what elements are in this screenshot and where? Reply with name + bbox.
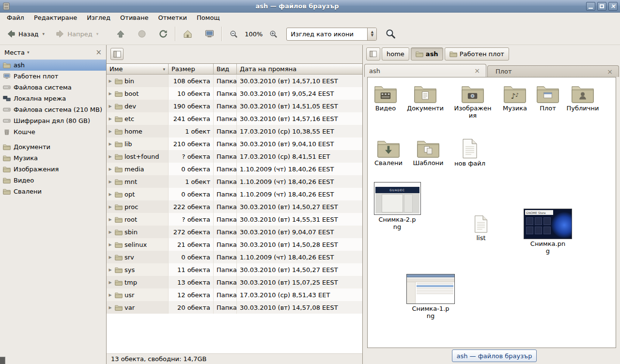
sidebar-item-downloads[interactable]: Свалени (0, 186, 106, 197)
back-history-dropdown[interactable]: ▾ (41, 30, 46, 38)
table-row-lost-found[interactable]: ▶lost+found? обектаПапка17.03.2010 (ср) … (107, 150, 362, 163)
expander-icon[interactable]: ▶ (108, 255, 113, 259)
maximize-button[interactable] (597, 2, 606, 11)
expander-icon[interactable]: ▶ (108, 192, 113, 197)
tab-close-icon[interactable]: × (605, 68, 614, 75)
table-row-opt[interactable]: ▶opt0 обектаПапка1.10.2009 (чт) 18,40,26… (107, 188, 362, 200)
sidebar-item-video[interactable]: Видео (0, 175, 106, 186)
expander-icon[interactable]: ▶ (108, 230, 113, 234)
expander-icon[interactable]: ▶ (108, 243, 113, 247)
sidebar-item-desktop[interactable]: Работен плот (0, 71, 106, 82)
icon-item-snimka-1[interactable]: Снимка-1.png (404, 274, 457, 319)
table-row-media[interactable]: ▶media0 обектаПапка1.10.2009 (чт) 18,40,… (107, 163, 362, 175)
icon-item-snimka[interactable]: GNOME StoreСнимка.png (522, 209, 574, 255)
close-button[interactable] (608, 2, 618, 11)
minimize-button[interactable] (586, 2, 595, 11)
expander-icon[interactable]: ▶ (108, 117, 113, 121)
forward-history-dropdown[interactable]: ▾ (95, 30, 100, 38)
menu-item-bookmarks[interactable]: Отметки (153, 13, 191, 23)
home-button[interactable] (180, 27, 195, 41)
column-header-type[interactable]: Вид (214, 64, 237, 75)
column-header-size[interactable]: Размер (169, 64, 214, 75)
pathbar-button-desktop[interactable]: Работен плот (445, 47, 509, 61)
icon-item-templates[interactable]: Шаблони (411, 139, 445, 167)
column-header-name[interactable]: Име▾ (107, 64, 169, 75)
table-row-tmp[interactable]: ▶tmp13 обектаПапка30.03.2010 (вт) 15,07,… (107, 276, 362, 288)
icon-item-new-file[interactable]: нов файл (453, 138, 487, 167)
expander-icon[interactable]: ▶ (108, 91, 113, 96)
icon-item-list[interactable]: list (467, 215, 495, 242)
pathbar-scroll-button[interactable] (366, 47, 380, 61)
expander-icon[interactable]: ▶ (108, 268, 113, 272)
stop-button[interactable] (135, 27, 149, 41)
table-row-boot[interactable]: ▶boot10 обектаПапка30.03.2010 (вт) 9,05,… (107, 87, 362, 100)
table-row-sbin[interactable]: ▶sbin272 обектаПапка30.03.2010 (вт) 9,04… (107, 226, 362, 238)
expander-icon[interactable]: ▶ (108, 293, 113, 297)
table-row-root[interactable]: ▶root? обектаПапка30.03.2010 (вт) 14,55,… (107, 213, 362, 226)
expander-icon[interactable]: ▶ (108, 142, 113, 146)
table-row-var[interactable]: ▶var20 обектаПапка30.03.2010 (вт) 14,57,… (107, 301, 362, 314)
pane-location-button[interactable] (110, 48, 124, 60)
icon-item-pictures[interactable]: Изображения (454, 84, 492, 119)
expander-icon[interactable]: ▶ (108, 104, 113, 108)
zoom-out-button[interactable] (227, 28, 241, 41)
menu-item-help[interactable]: Помощ (192, 13, 225, 23)
column-header-date[interactable]: Дата на промяна (237, 64, 362, 75)
icon-item-music[interactable]: ♪♪Музика (499, 84, 530, 112)
tab-close-icon[interactable]: × (473, 67, 481, 74)
sidebar-item-music[interactable]: Музика (0, 152, 106, 164)
table-row-etc[interactable]: ▶etc241 обектаПапка30.03.2010 (вт) 14,57… (107, 112, 362, 125)
icon-item-snimka-2[interactable]: GUADECСнимка-2.png (372, 182, 423, 230)
reload-button[interactable] (156, 27, 170, 41)
table-row-lib[interactable]: ▶lib210 обектаПапка30.03.2010 (вт) 9,04,… (107, 137, 362, 150)
expander-icon[interactable]: ▶ (108, 129, 113, 134)
expander-icon[interactable]: ▶ (108, 154, 113, 159)
sidebar-item-documents[interactable]: Документи (0, 141, 106, 152)
icon-view[interactable]: ВидеоДокументиИзображения♪♪МузикаПлотПуб… (367, 77, 616, 348)
menu-item-view[interactable]: Изглед (82, 13, 115, 23)
expander-icon[interactable]: ▶ (108, 305, 113, 310)
expander-icon[interactable]: ▶ (108, 167, 113, 171)
menu-item-go[interactable]: Отиване (115, 13, 153, 23)
expander-icon[interactable]: ▶ (108, 280, 113, 285)
search-button[interactable] (383, 27, 398, 41)
table-row-bin[interactable]: ▶bin108 обектаПапка30.03.2010 (вт) 14,57… (107, 75, 362, 87)
table-row-srv[interactable]: ▶srv0 обектаПапка1.10.2009 (чт) 18,40,26… (107, 251, 362, 263)
sidebar-close-icon[interactable]: × (95, 49, 102, 56)
taskbar-window-button[interactable]: ash — файлов браузър (452, 349, 537, 362)
expander-icon[interactable]: ▶ (108, 180, 113, 184)
sidebar-item-filesystem[interactable]: Файлова система (0, 82, 106, 93)
table-row-sys[interactable]: ▶sys11 обектаПапка30.03.2010 (вт) 14,50,… (107, 263, 362, 276)
sidebar-item-trash[interactable]: Кошче (0, 126, 106, 137)
expander-icon[interactable]: ▶ (108, 205, 113, 209)
table-row-usr[interactable]: ▶usr12 обектаПапка17.03.2010 (ср) 8,51,4… (107, 288, 362, 301)
icon-item-documents[interactable]: Документи (406, 84, 444, 112)
sidebar-item-ash[interactable]: ash (0, 60, 106, 71)
menu-item-edit[interactable]: Редактиране (29, 13, 82, 23)
forward-button[interactable]: Напред (53, 27, 94, 41)
expander-icon[interactable]: ▶ (108, 217, 113, 222)
expander-icon[interactable]: ▶ (108, 79, 113, 83)
icon-item-desktop[interactable]: Плот (535, 84, 560, 112)
up-button[interactable] (113, 27, 128, 41)
table-row-home[interactable]: ▶home1 обектПапка17.03.2010 (ср) 10,38,5… (107, 125, 362, 137)
back-button[interactable]: Назад (4, 27, 41, 41)
sidebar-item-encrypted-80gb[interactable]: Шифриран дял (80 GB) (0, 115, 106, 126)
computer-button[interactable] (202, 27, 217, 41)
sidebar-item-filesystem-210mb[interactable]: Файлова система (210 MB) (0, 104, 106, 115)
sidebar-selector-chevron-icon[interactable]: ▾ (27, 50, 30, 55)
view-mode-spinner[interactable]: ▲▼ (367, 28, 376, 40)
table-row-selinux[interactable]: ▶selinux21 обектаПапка30.03.2010 (вт) 14… (107, 238, 362, 251)
table-row-mnt[interactable]: ▶mnt1 обектПапка1.10.2009 (чт) 18,40,26 … (107, 175, 362, 188)
zoom-in-button[interactable] (266, 28, 280, 41)
tab-desktop[interactable]: Плот× (487, 65, 619, 77)
table-row-proc[interactable]: ▶proc222 обектаПапка30.03.2010 (вт) 14,5… (107, 200, 362, 213)
sidebar-item-pictures[interactable]: Изображения (0, 164, 106, 175)
table-row-dev[interactable]: ▶dev190 обектаПапка30.03.2010 (вт) 14,51… (107, 100, 362, 112)
icon-item-downloads[interactable]: Свалени (372, 139, 404, 167)
pathbar-button-ash[interactable]: ash (411, 47, 443, 61)
icon-item-video[interactable]: Видео (371, 84, 401, 112)
tab-ash[interactable]: ash× (364, 64, 486, 77)
view-mode-select[interactable]: Изглед като икони ▲▼ (286, 28, 377, 41)
icon-item-public[interactable]: Публични (565, 84, 600, 112)
